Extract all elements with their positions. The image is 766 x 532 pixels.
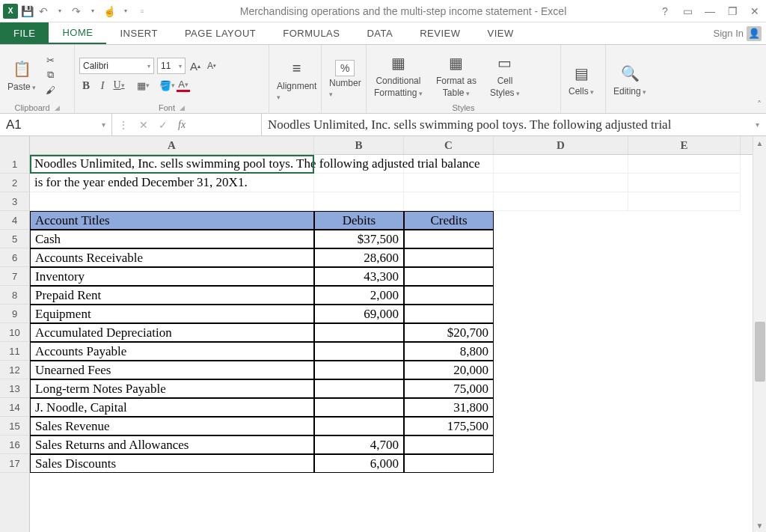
td-a[interactable]: Sales Returns and Allowances [30,435,314,454]
decrease-font-icon[interactable]: A▾ [205,59,218,73]
cell[interactable] [494,155,628,174]
td-b[interactable] [314,323,404,342]
row-header[interactable]: 11 [0,342,29,361]
td-c[interactable] [404,305,494,323]
td-c[interactable]: 8,800 [404,342,494,361]
row-header[interactable]: 15 [0,417,29,435]
td-a[interactable]: Accounts Receivable [30,248,314,267]
cancel-formula-icon[interactable]: ✕ [139,119,148,131]
paste-button[interactable]: 📋 Paste [4,58,39,92]
row-header[interactable]: 16 [0,435,29,454]
minimize-button[interactable]: — [702,3,718,19]
td-b[interactable] [314,417,404,435]
col-header[interactable]: C [404,136,494,154]
cell[interactable] [314,174,404,192]
cell[interactable] [628,155,741,174]
cell[interactable] [494,192,628,211]
th-debits[interactable]: Debits [314,211,404,230]
scroll-up-icon[interactable]: ▲ [753,136,766,150]
td-a[interactable]: Sales Revenue [30,417,314,435]
fill-color-button[interactable]: 🪣 [160,79,174,92]
td-c[interactable]: 31,800 [404,398,494,417]
td-c[interactable] [404,454,494,473]
td-b[interactable] [314,398,404,417]
td-c[interactable]: 20,000 [404,361,494,379]
cell[interactable] [628,192,741,211]
row-header[interactable]: 1 [0,155,29,174]
row-header[interactable]: 17 [0,454,29,473]
tab-review[interactable]: REVIEW [406,22,474,44]
formula-expand-icon[interactable]: ▾ [748,114,766,135]
td-c[interactable]: $20,700 [404,323,494,342]
scroll-thumb[interactable] [755,322,765,382]
tab-home[interactable]: HOME [49,22,106,44]
td-a[interactable]: Equipment [30,305,314,323]
td-b[interactable]: 2,000 [314,286,404,305]
td-a[interactable]: Sales Discounts [30,454,314,473]
restore-button[interactable]: ❐ [724,3,741,19]
increase-font-icon[interactable]: A▴ [189,59,202,73]
tab-pagelayout[interactable]: PAGE LAYOUT [171,22,269,44]
td-c[interactable] [404,230,494,248]
bold-button[interactable]: B [79,79,93,92]
row-header[interactable]: 13 [0,379,29,398]
col-header[interactable]: D [494,136,628,154]
cell-A1[interactable]: Noodles Unlimited, Inc. sells swimming p… [30,155,314,174]
row-header[interactable]: 12 [0,361,29,379]
row-header[interactable]: 4 [0,211,29,230]
format-as-table-button[interactable]: ▦ Format as Table [433,52,479,98]
row-header[interactable]: 10 [0,323,29,342]
td-b[interactable] [314,379,404,398]
save-icon[interactable]: 💾 [19,4,34,19]
conditional-formatting-button[interactable]: ▦ Conditional Formatting [371,52,426,98]
cell[interactable] [404,174,494,192]
cells-button[interactable]: ▤ Cells [566,62,597,97]
th-account-titles[interactable]: Account Titles [30,211,314,230]
td-a[interactable]: Cash [30,230,314,248]
name-box[interactable]: A1 ▾ [0,114,112,135]
th-credits[interactable]: Credits [404,211,494,230]
help-button[interactable]: ? [657,3,673,19]
ribbon-display-button[interactable]: ▭ [679,3,696,19]
format-painter-icon[interactable]: 🖌 [43,83,57,97]
name-box-dropdown-icon[interactable]: ▾ [102,120,105,129]
td-b[interactable] [314,361,404,379]
col-header[interactable]: B [314,136,404,154]
row-header[interactable]: 5 [0,230,29,248]
font-color-button[interactable]: A [177,79,190,92]
td-a[interactable]: J. Noodle, Capital [30,398,314,417]
font-launcher-icon[interactable]: ◢ [180,104,185,111]
cell[interactable] [494,174,628,192]
italic-button[interactable]: I [96,79,109,92]
collapse-ribbon-icon[interactable]: ˄ [757,100,762,110]
td-c[interactable]: 175,500 [404,417,494,435]
tab-insert[interactable]: INSERT [106,22,171,44]
td-c[interactable]: 75,000 [404,379,494,398]
tab-file[interactable]: FILE [0,22,49,44]
borders-button[interactable]: ▦ [136,79,150,92]
editing-button[interactable]: 🔍 Editing [610,62,649,97]
alignment-button[interactable]: ≡ Alignment [274,57,319,102]
cut-icon[interactable]: ✂ [43,53,57,67]
grid[interactable]: A B C D E Noodles Unlimited, Inc. sells … [30,136,753,532]
cell[interactable] [30,192,314,211]
touch-mode-icon[interactable]: ☝ [102,4,117,19]
row-header[interactable]: 6 [0,248,29,267]
vertical-scrollbar[interactable]: ▲ ▼ [753,136,766,532]
td-b[interactable] [314,342,404,361]
font-size-select[interactable]: 11▾ [157,58,186,74]
row-header[interactable]: 9 [0,305,29,323]
td-b[interactable]: 69,000 [314,305,404,323]
td-c[interactable] [404,286,494,305]
underline-button[interactable]: U [112,79,126,92]
number-button[interactable]: % Number [326,60,364,99]
tab-view[interactable]: VIEW [474,22,527,44]
td-c[interactable] [404,267,494,286]
close-button[interactable]: ✕ [747,3,763,19]
td-a[interactable]: Accumulated Depreciation [30,323,314,342]
undo-menu-icon[interactable]: ▾ [52,4,67,19]
td-b[interactable]: $37,500 [314,230,404,248]
copy-icon[interactable]: ⧉ [43,68,57,82]
cell[interactable] [628,174,741,192]
td-a[interactable]: Unearned Fees [30,361,314,379]
